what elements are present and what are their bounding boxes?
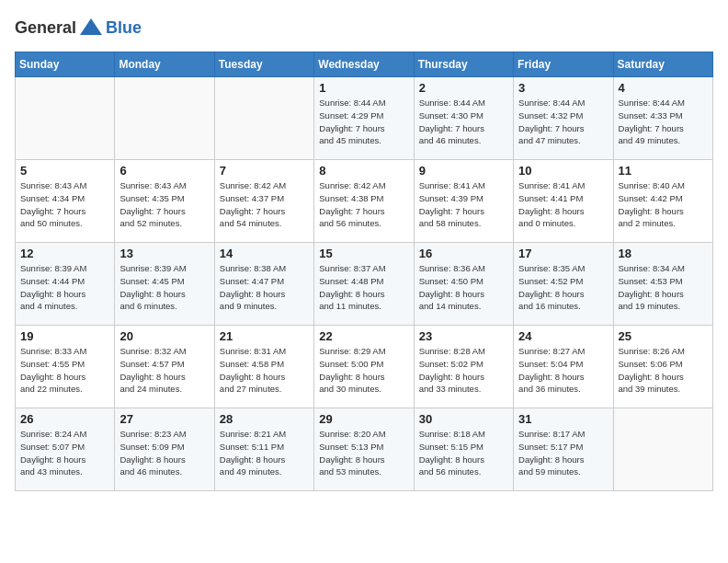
day-number: 11 — [619, 164, 708, 178]
column-header-monday: Monday — [115, 52, 214, 77]
column-header-friday: Friday — [514, 52, 613, 77]
calendar-cell: 16Sunrise: 8:36 AM Sunset: 4:50 PM Dayli… — [414, 243, 513, 326]
column-header-tuesday: Tuesday — [214, 52, 313, 77]
calendar-cell: 22Sunrise: 8:29 AM Sunset: 5:00 PM Dayli… — [314, 326, 414, 408]
calendar-cell: 7Sunrise: 8:42 AM Sunset: 4:37 PM Daylig… — [214, 160, 313, 243]
day-info: Sunrise: 8:38 AM Sunset: 4:47 PM Dayligh… — [220, 262, 309, 313]
day-number: 28 — [220, 412, 309, 426]
calendar-week-row: 1Sunrise: 8:44 AM Sunset: 4:29 PM Daylig… — [16, 77, 713, 160]
calendar-cell: 14Sunrise: 8:38 AM Sunset: 4:47 PM Dayli… — [214, 243, 313, 326]
calendar-cell: 10Sunrise: 8:41 AM Sunset: 4:41 PM Dayli… — [514, 160, 613, 243]
calendar-cell: 26Sunrise: 8:24 AM Sunset: 5:07 PM Dayli… — [16, 408, 115, 491]
calendar-cell: 4Sunrise: 8:44 AM Sunset: 4:33 PM Daylig… — [613, 77, 712, 160]
day-number: 25 — [619, 329, 708, 343]
calendar-week-row: 19Sunrise: 8:33 AM Sunset: 4:55 PM Dayli… — [16, 326, 713, 408]
calendar-cell: 9Sunrise: 8:41 AM Sunset: 4:39 PM Daylig… — [414, 160, 513, 243]
day-number: 17 — [518, 247, 608, 260]
calendar-cell: 6Sunrise: 8:43 AM Sunset: 4:35 PM Daylig… — [115, 160, 214, 243]
day-info: Sunrise: 8:43 AM Sunset: 4:34 PM Dayligh… — [20, 179, 109, 230]
day-info: Sunrise: 8:42 AM Sunset: 4:37 PM Dayligh… — [220, 179, 309, 230]
column-header-saturday: Saturday — [613, 52, 712, 77]
calendar-cell: 23Sunrise: 8:28 AM Sunset: 5:02 PM Dayli… — [414, 326, 513, 408]
day-info: Sunrise: 8:36 AM Sunset: 4:50 PM Dayligh… — [419, 262, 508, 313]
day-info: Sunrise: 8:24 AM Sunset: 5:07 PM Dayligh… — [20, 428, 109, 478]
day-info: Sunrise: 8:39 AM Sunset: 4:44 PM Dayligh… — [20, 262, 109, 313]
logo: General Blue — [15, 15, 142, 40]
day-info: Sunrise: 8:44 AM Sunset: 4:29 PM Dayligh… — [319, 97, 408, 147]
column-header-sunday: Sunday — [16, 52, 115, 77]
day-info: Sunrise: 8:42 AM Sunset: 4:38 PM Dayligh… — [319, 179, 408, 230]
day-info: Sunrise: 8:44 AM Sunset: 4:30 PM Dayligh… — [419, 97, 508, 147]
calendar-cell — [214, 77, 313, 160]
day-info: Sunrise: 8:27 AM Sunset: 5:04 PM Dayligh… — [518, 345, 608, 396]
day-info: Sunrise: 8:37 AM Sunset: 4:48 PM Dayligh… — [319, 262, 408, 313]
day-number: 19 — [20, 329, 109, 343]
page-header: General Blue — [15, 15, 713, 40]
day-number: 21 — [220, 329, 309, 343]
day-number: 2 — [419, 81, 508, 95]
day-number: 16 — [419, 247, 508, 260]
day-info: Sunrise: 8:21 AM Sunset: 5:11 PM Dayligh… — [220, 428, 309, 478]
day-info: Sunrise: 8:33 AM Sunset: 4:55 PM Dayligh… — [20, 345, 109, 396]
day-info: Sunrise: 8:35 AM Sunset: 4:52 PM Dayligh… — [518, 262, 608, 313]
day-number: 31 — [518, 412, 608, 426]
day-number: 29 — [319, 412, 408, 426]
calendar-week-row: 26Sunrise: 8:24 AM Sunset: 5:07 PM Dayli… — [16, 408, 713, 491]
day-info: Sunrise: 8:41 AM Sunset: 4:39 PM Dayligh… — [419, 179, 508, 230]
column-header-thursday: Thursday — [414, 52, 513, 77]
calendar-cell: 12Sunrise: 8:39 AM Sunset: 4:44 PM Dayli… — [16, 243, 115, 326]
calendar-cell: 18Sunrise: 8:34 AM Sunset: 4:53 PM Dayli… — [613, 243, 712, 326]
day-number: 18 — [619, 247, 708, 260]
day-number: 7 — [220, 164, 309, 178]
day-number: 8 — [319, 164, 408, 178]
day-number: 1 — [319, 81, 408, 95]
calendar-cell: 28Sunrise: 8:21 AM Sunset: 5:11 PM Dayli… — [214, 408, 313, 491]
calendar-cell: 2Sunrise: 8:44 AM Sunset: 4:30 PM Daylig… — [414, 77, 513, 160]
day-info: Sunrise: 8:44 AM Sunset: 4:32 PM Dayligh… — [518, 97, 608, 147]
day-number: 14 — [220, 247, 309, 260]
calendar-cell: 27Sunrise: 8:23 AM Sunset: 5:09 PM Dayli… — [115, 408, 214, 491]
calendar-week-row: 12Sunrise: 8:39 AM Sunset: 4:44 PM Dayli… — [16, 243, 713, 326]
day-info: Sunrise: 8:31 AM Sunset: 4:58 PM Dayligh… — [220, 345, 309, 396]
calendar-cell — [115, 77, 214, 160]
day-info: Sunrise: 8:43 AM Sunset: 4:35 PM Dayligh… — [119, 179, 209, 230]
calendar-cell: 15Sunrise: 8:37 AM Sunset: 4:48 PM Dayli… — [314, 243, 414, 326]
day-info: Sunrise: 8:18 AM Sunset: 5:15 PM Dayligh… — [419, 428, 508, 478]
day-number: 4 — [619, 81, 708, 95]
day-number: 23 — [419, 329, 508, 343]
day-info: Sunrise: 8:44 AM Sunset: 4:33 PM Dayligh… — [619, 97, 708, 147]
day-number: 6 — [119, 164, 209, 178]
day-number: 12 — [20, 247, 109, 260]
day-number: 20 — [119, 329, 209, 343]
calendar-cell: 25Sunrise: 8:26 AM Sunset: 5:06 PM Dayli… — [613, 326, 712, 408]
calendar-table: SundayMondayTuesdayWednesdayThursdayFrid… — [15, 52, 713, 491]
day-number: 15 — [319, 247, 408, 260]
day-info: Sunrise: 8:28 AM Sunset: 5:02 PM Dayligh… — [419, 345, 508, 396]
day-info: Sunrise: 8:17 AM Sunset: 5:17 PM Dayligh… — [518, 428, 608, 478]
day-info: Sunrise: 8:20 AM Sunset: 5:13 PM Dayligh… — [319, 428, 408, 478]
day-info: Sunrise: 8:26 AM Sunset: 5:06 PM Dayligh… — [619, 345, 708, 396]
day-number: 24 — [518, 329, 608, 343]
day-number: 9 — [419, 164, 508, 178]
calendar-cell: 30Sunrise: 8:18 AM Sunset: 5:15 PM Dayli… — [414, 408, 513, 491]
day-number: 10 — [518, 164, 608, 178]
day-info: Sunrise: 8:29 AM Sunset: 5:00 PM Dayligh… — [319, 345, 408, 396]
day-info: Sunrise: 8:32 AM Sunset: 4:57 PM Dayligh… — [119, 345, 209, 396]
calendar-cell: 1Sunrise: 8:44 AM Sunset: 4:29 PM Daylig… — [314, 77, 414, 160]
logo-general-text: General — [15, 18, 76, 38]
day-number: 26 — [20, 412, 109, 426]
logo-blue-text: Blue — [106, 18, 142, 38]
day-info: Sunrise: 8:40 AM Sunset: 4:42 PM Dayligh… — [619, 179, 708, 230]
calendar-cell: 3Sunrise: 8:44 AM Sunset: 4:32 PM Daylig… — [514, 77, 613, 160]
calendar-cell: 8Sunrise: 8:42 AM Sunset: 4:38 PM Daylig… — [314, 160, 414, 243]
calendar-week-row: 5Sunrise: 8:43 AM Sunset: 4:34 PM Daylig… — [16, 160, 713, 243]
calendar-cell: 29Sunrise: 8:20 AM Sunset: 5:13 PM Dayli… — [314, 408, 414, 491]
day-number: 5 — [20, 164, 109, 178]
calendar-cell — [16, 77, 115, 160]
day-number: 30 — [419, 412, 508, 426]
day-number: 3 — [518, 81, 608, 95]
day-info: Sunrise: 8:34 AM Sunset: 4:53 PM Dayligh… — [619, 262, 708, 313]
day-info: Sunrise: 8:39 AM Sunset: 4:45 PM Dayligh… — [119, 262, 209, 313]
day-info: Sunrise: 8:23 AM Sunset: 5:09 PM Dayligh… — [119, 428, 209, 478]
calendar-cell: 21Sunrise: 8:31 AM Sunset: 4:58 PM Dayli… — [214, 326, 313, 408]
